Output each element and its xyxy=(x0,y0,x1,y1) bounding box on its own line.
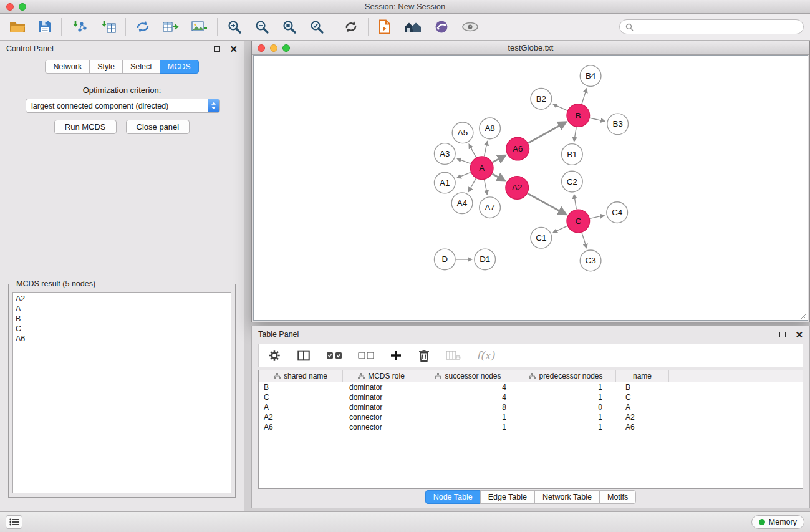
mcds-result-item[interactable]: C xyxy=(13,324,231,334)
table-row[interactable]: A2connector11A2 xyxy=(259,412,803,422)
graph-node-A7[interactable]: A7 xyxy=(480,197,501,218)
delete-column-button[interactable] xyxy=(418,349,430,362)
table-cell[interactable]: 1 xyxy=(516,392,616,402)
graph-node-A2[interactable]: A2 xyxy=(506,177,529,200)
table-cell[interactable]: A2 xyxy=(616,412,669,422)
table-cell[interactable]: 4 xyxy=(420,382,516,392)
delete-table-button[interactable] xyxy=(446,349,461,362)
graph-edge-A-A5[interactable] xyxy=(469,145,476,157)
vizmapper-button[interactable] xyxy=(434,19,449,34)
refresh-view-button[interactable] xyxy=(344,20,359,34)
graph-edge-B-B1[interactable] xyxy=(574,127,576,141)
table-cell[interactable]: 1 xyxy=(516,412,616,422)
table-cell[interactable]: A xyxy=(259,402,343,412)
graphics-details-button[interactable] xyxy=(461,21,479,33)
graph-node-B3[interactable]: B3 xyxy=(607,114,629,135)
graph-edge-B-B2[interactable] xyxy=(554,104,567,110)
optimization-criterion-select[interactable]: largest connected component (directed) xyxy=(26,99,220,113)
close-panel-button[interactable]: Close panel xyxy=(126,120,190,134)
tab-node-table[interactable]: Node Table xyxy=(425,490,481,504)
table-cell[interactable]: connector xyxy=(343,412,420,422)
zoom-fit-button[interactable] xyxy=(282,19,297,34)
graph-edge-A-A6[interactable] xyxy=(493,156,505,163)
table-cell[interactable]: C xyxy=(259,392,343,402)
search-field[interactable] xyxy=(619,19,804,34)
graph-node-B2[interactable]: B2 xyxy=(531,89,552,110)
graph-edge-A2-C[interactable] xyxy=(528,193,566,214)
memory-button[interactable]: Memory xyxy=(751,515,804,529)
mcds-result-item[interactable]: A2 xyxy=(13,294,231,304)
tab-select[interactable]: Select xyxy=(122,60,160,74)
graph-node-C3[interactable]: C3 xyxy=(580,250,601,271)
graph-node-A6[interactable]: A6 xyxy=(506,137,529,160)
function-builder-button[interactable]: f(x) xyxy=(476,349,494,362)
import-table-button[interactable] xyxy=(100,20,116,34)
graph-node-C4[interactable]: C4 xyxy=(607,202,628,223)
tab-network[interactable]: Network xyxy=(45,60,90,74)
network-minimize-button[interactable] xyxy=(270,44,277,52)
mcds-result-item[interactable]: A6 xyxy=(13,334,231,344)
graph-node-B[interactable]: B xyxy=(567,104,590,127)
table-cell[interactable]: 1 xyxy=(420,422,516,432)
float-panel-icon[interactable] xyxy=(214,46,220,52)
graph-node-A1[interactable]: A1 xyxy=(434,172,455,193)
graph-edge-A-A8[interactable] xyxy=(485,142,488,156)
network-zoom-button[interactable] xyxy=(282,44,290,52)
zoom-selected-button[interactable] xyxy=(309,19,324,34)
graph-edge-B-B3[interactable] xyxy=(590,118,604,121)
table-cell[interactable]: A6 xyxy=(616,422,669,432)
column-header-mcds-role[interactable]: MCDS role xyxy=(343,370,420,382)
table-cell[interactable]: B xyxy=(616,382,669,392)
column-header-successor-nodes[interactable]: successor nodes xyxy=(420,370,516,382)
table-cell[interactable]: 1 xyxy=(420,412,516,422)
graph-edge-C-C1[interactable] xyxy=(554,226,567,232)
network-canvas[interactable]: B4B2BB3A5A8A6B1A3AC2A1A2A4A7C4CC1C3DD1 xyxy=(253,55,808,321)
graph-edge-A-A2[interactable] xyxy=(493,174,504,181)
graph-edge-A-A1[interactable] xyxy=(458,172,471,178)
graph-edge-A6-B[interactable] xyxy=(528,122,566,143)
show-columns-button[interactable] xyxy=(297,349,311,362)
save-session-button[interactable] xyxy=(38,20,52,34)
table-row[interactable]: Adominator80A xyxy=(259,402,803,412)
graph-node-A5[interactable]: A5 xyxy=(452,122,473,143)
table-cell[interactable]: 8 xyxy=(420,402,516,412)
table-cell[interactable]: 1 xyxy=(516,382,616,392)
table-cell[interactable]: A xyxy=(616,402,669,412)
add-column-button[interactable] xyxy=(390,349,402,362)
graph-node-C[interactable]: C xyxy=(567,210,590,233)
table-cell[interactable]: B xyxy=(259,382,343,392)
table-cell[interactable]: 0 xyxy=(516,402,616,412)
graph-node-A8[interactable]: A8 xyxy=(480,118,501,139)
graph-node-D[interactable]: D xyxy=(434,249,455,270)
select-all-button[interactable] xyxy=(326,351,342,360)
mcds-result-item[interactable]: B xyxy=(13,314,231,324)
table-row[interactable]: Bdominator41B xyxy=(259,382,803,392)
mcds-result-list[interactable]: A2ABCA6 xyxy=(12,292,231,493)
graph-node-B1[interactable]: B1 xyxy=(562,144,583,165)
deselect-all-button[interactable] xyxy=(358,351,374,360)
home-button[interactable] xyxy=(404,20,422,34)
graph-edge-A-A3[interactable] xyxy=(458,158,471,163)
show-panels-button[interactable] xyxy=(6,515,22,529)
graph-edge-C-C2[interactable] xyxy=(574,195,577,210)
tab-mcds[interactable]: MCDS xyxy=(160,60,199,74)
close-table-panel-icon[interactable]: ✕ xyxy=(795,330,803,339)
run-mcds-button[interactable]: Run MCDS xyxy=(54,120,117,134)
column-header-shared-name[interactable]: shared name xyxy=(259,370,343,382)
graph-edge-A-A4[interactable] xyxy=(469,178,476,191)
graph-edge-C-C3[interactable] xyxy=(582,233,587,248)
export-image-button[interactable] xyxy=(191,20,208,34)
table-cell[interactable]: A2 xyxy=(259,412,343,422)
column-header-predecessor-nodes[interactable]: predecessor nodes xyxy=(516,370,616,382)
graph-edge-A-A7[interactable] xyxy=(485,180,488,194)
graph-node-A[interactable]: A xyxy=(470,157,493,180)
graph-node-C2[interactable]: C2 xyxy=(562,171,583,192)
table-cell[interactable]: dominator xyxy=(343,402,420,412)
zoom-out-button[interactable] xyxy=(254,19,269,34)
export-network-button[interactable] xyxy=(135,20,150,34)
network-close-button[interactable] xyxy=(258,44,265,52)
table-row[interactable]: Cdominator41C xyxy=(259,392,803,402)
table-cell[interactable]: C xyxy=(616,392,669,402)
graph-edge-C-C4[interactable] xyxy=(590,215,604,218)
tab-network-table[interactable]: Network Table xyxy=(534,490,600,504)
